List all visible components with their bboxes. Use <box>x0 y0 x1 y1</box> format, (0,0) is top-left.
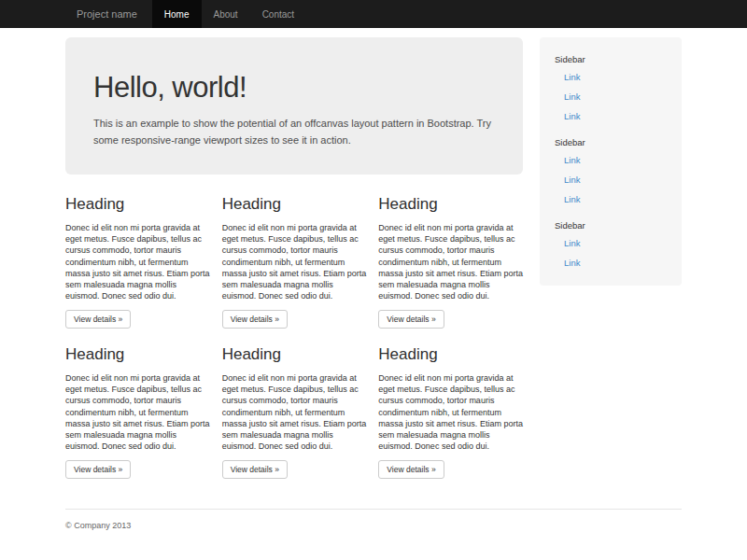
sidebar-link[interactable]: Link <box>555 106 667 126</box>
card-heading: Heading <box>65 195 210 214</box>
page-title: Hello, world! <box>93 71 495 105</box>
page-container: Hello, world! This is an example to show… <box>65 37 682 558</box>
footer-divider <box>65 509 682 510</box>
sidebar-link[interactable]: Link <box>555 87 667 106</box>
view-details-button[interactable]: View details » <box>378 460 444 479</box>
sidebar: Sidebar Link Link Link Sidebar Link Link… <box>540 37 682 286</box>
jumbotron: Hello, world! This is an example to show… <box>65 37 523 175</box>
sidebar-link[interactable]: Link <box>555 253 667 273</box>
card-body: Donec id elit non mi porta gravida at eg… <box>222 372 367 452</box>
brand-link[interactable]: Project name <box>65 0 152 28</box>
sidebar-link[interactable]: Link <box>555 189 667 209</box>
sidebar-link[interactable]: Link <box>555 150 667 170</box>
sidebar-column: Sidebar Link Link Link Sidebar Link Link… <box>540 37 682 286</box>
view-details-button[interactable]: View details » <box>222 310 288 329</box>
view-details-button[interactable]: View details » <box>222 460 288 479</box>
sidebar-heading: Sidebar <box>555 220 667 231</box>
card-body: Donec id elit non mi porta gravida at eg… <box>65 372 210 452</box>
card: Heading Donec id elit non mi porta gravi… <box>378 345 523 479</box>
sidebar-group: Sidebar Link Link <box>555 220 667 273</box>
card-body: Donec id elit non mi porta gravida at eg… <box>65 222 210 301</box>
sidebar-heading: Sidebar <box>555 54 667 64</box>
card-heading: Heading <box>65 345 210 364</box>
view-details-button[interactable]: View details » <box>378 310 444 329</box>
sidebar-group: Sidebar Link Link Link <box>555 54 667 126</box>
nav-item-about[interactable]: About <box>202 0 250 28</box>
card-body: Donec id elit non mi porta gravida at eg… <box>378 222 523 301</box>
content-row: Hello, world! This is an example to show… <box>65 37 682 496</box>
card: Heading Donec id elit non mi porta gravi… <box>65 345 210 479</box>
cards-row-2: Heading Donec id elit non mi porta gravi… <box>65 345 523 479</box>
nav-item-home[interactable]: Home <box>152 0 202 28</box>
card-body: Donec id elit non mi porta gravida at eg… <box>222 222 367 301</box>
nav-item-contact[interactable]: Contact <box>250 0 306 28</box>
view-details-button[interactable]: View details » <box>65 310 131 329</box>
sidebar-link[interactable]: Link <box>555 170 667 189</box>
card-heading: Heading <box>378 195 523 214</box>
main-column: Hello, world! This is an example to show… <box>65 37 523 496</box>
copyright-text: © Company 2013 <box>65 521 682 558</box>
navbar: Project name Home About Contact <box>0 0 747 28</box>
card-body: Donec id elit non mi porta gravida at eg… <box>378 372 523 452</box>
card-heading: Heading <box>378 345 523 364</box>
card-heading: Heading <box>222 195 367 214</box>
view-details-button[interactable]: View details » <box>65 460 131 479</box>
card: Heading Donec id elit non mi porta gravi… <box>222 345 367 479</box>
sidebar-heading: Sidebar <box>555 137 667 147</box>
card: Heading Donec id elit non mi porta gravi… <box>222 195 367 329</box>
sidebar-group: Sidebar Link Link Link <box>555 137 667 209</box>
footer: © Company 2013 <box>65 509 682 558</box>
sidebar-link[interactable]: Link <box>555 233 667 253</box>
jumbotron-text: This is an example to show the potential… <box>93 116 495 148</box>
card-heading: Heading <box>222 345 367 364</box>
card: Heading Donec id elit non mi porta gravi… <box>378 195 523 329</box>
card: Heading Donec id elit non mi porta gravi… <box>65 195 210 329</box>
sidebar-link[interactable]: Link <box>555 67 667 87</box>
cards-row-1: Heading Donec id elit non mi porta gravi… <box>65 195 523 329</box>
navbar-inner: Project name Home About Contact <box>65 0 682 28</box>
